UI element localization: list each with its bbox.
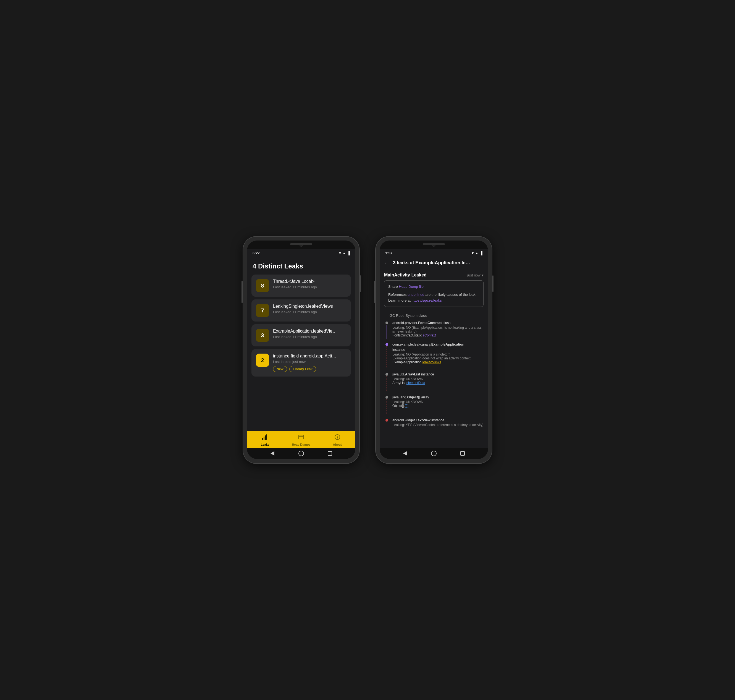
info-box-desc: References underlined are the likely cau… [388,292,480,304]
back-button-right[interactable] [402,450,408,456]
trace-field: Object[].[2] [392,404,484,408]
trace-item-fontscontract: android.provider.FontsContract class Lea… [384,321,484,339]
dropdown-icon[interactable]: ▾ [482,273,484,277]
trace-field-link: sContext [423,334,436,337]
leak-class-name: MainActivity Leaked [384,273,427,278]
leak-badge-count: 7 [256,304,269,317]
svg-rect-3 [266,434,267,440]
trace-line-col [384,395,390,415]
trace-leaking-status: Leaking: NO (Application is a singleton)… [392,353,484,360]
signal-icon: ▲ [342,251,346,255]
leak-name: Thread.<Java Local> [273,279,346,284]
android-nav-bar-right [380,448,488,459]
phone-left: 6:27 ▾ ▲ ▐ 4 Distinct Leaks 8 [243,237,359,463]
list-item[interactable]: 2 instance field android.app.Acti… Last … [251,349,351,376]
back-arrow-button[interactable]: ← [384,260,390,266]
about-nav-icon: i [334,434,341,442]
nav-label-leaks: Leaks [261,443,269,446]
heap-dumps-nav-icon [298,434,305,442]
phone-top-notch [247,241,355,249]
trace-item-exampleapplication: com.example.leakcanary.ExampleApplicatio… [384,342,484,369]
signal-icon-right: ▲ [475,251,478,255]
phone-speaker-right [423,243,445,245]
detail-header: ← 3 leaks at ExampleApplication.le… [380,257,488,270]
leak-time: Last leaked 11 minutes ago [273,285,346,289]
trace-line-col [384,372,390,391]
leak-name: LeakingSingleton.leakedViews [273,304,346,309]
trace-text: android.provider.FontsContract class Lea… [392,321,484,339]
trace-text: com.example.leakcanary.ExampleApplicatio… [392,342,484,369]
wifi-icon: ▾ [339,251,341,255]
leak-time: Last leaked 11 minutes ago [273,335,346,339]
trace-leaking-status: Leaking: NO (ExampleApplication↓ is not … [392,326,484,334]
svg-rect-2 [265,435,266,440]
leak-name: ExampleApplication.leakedVie… [273,329,346,334]
wifi-icon-right: ▾ [472,251,474,255]
trace-field: FontsContract.static sContext [392,334,484,337]
trace-item-textview: android.widget.TextView instance Leaking… [384,418,484,428]
info-box: Share Heap Dump file References underlin… [384,280,484,307]
trace-item-objectarray: java.lang.Object[] array Leaking: UNKNOW… [384,395,484,415]
trace-line-col [384,321,390,339]
nav-item-heap-dumps[interactable]: Heap Dumps [283,434,320,446]
nav-label-about: About [333,443,342,446]
heap-dump-link[interactable]: Heap Dump file [399,284,424,289]
status-bar-left: 6:27 ▾ ▲ ▐ [247,249,355,257]
trace-line-col [384,418,390,428]
trace-class-name: android.widget.TextView instance [392,418,484,423]
learn-more-link[interactable]: https://squ.re/leaks [412,298,442,303]
nav-item-about[interactable]: i About [319,434,355,446]
trace-class-name: java.lang.Object[] array [392,395,484,400]
trace-dot [386,419,388,422]
phone-top-notch-right [380,241,488,249]
recents-button[interactable] [327,450,333,456]
leaks-nav-icon [262,434,268,442]
nav-item-leaks[interactable]: Leaks [247,434,283,446]
tag-new: New [273,366,287,372]
list-item[interactable]: 7 LeakingSingleton.leakedViews Last leak… [251,299,351,322]
leak-info: ExampleApplication.leakedVie… Last leake… [273,329,346,339]
detail-title: 3 leaks at ExampleApplication.le… [393,260,484,266]
trace-leaking-status: Leaking: UNKNOWN [392,400,484,404]
leak-info: Thread.<Java Local> Last leaked 11 minut… [273,279,346,289]
trace-connector [387,346,387,369]
trace-leaking-status: Leaking: YES (View.mContext references a… [392,423,484,427]
trace-connector [387,376,387,391]
trace-line-col [384,342,390,369]
leak-badge-count: 3 [256,329,269,342]
underlined-ref: underlined [408,293,424,297]
leak-time: Last leaked just now [273,360,346,364]
gc-root-label: GC Root: System class [384,312,484,321]
trace-dot [386,343,388,346]
list-item[interactable]: 8 Thread.<Java Local> Last leaked 11 min… [251,275,351,297]
trace-field-link: leakedViews [423,360,441,364]
trace-text: android.widget.TextView instance Leaking… [392,418,484,428]
trace-class-name: com.example.leakcanary.ExampleApplicatio… [392,342,484,353]
recents-button-right[interactable] [459,450,466,456]
leak-time: Last leaked 11 minutes ago [273,310,346,314]
back-button[interactable] [269,450,276,456]
status-icons: ▾ ▲ ▐ [339,251,350,255]
leak-info: instance field android.app.Acti… Last le… [273,354,346,372]
status-icons-right: ▾ ▲ ▐ [472,251,483,255]
trace-field-link: [2] [405,404,408,408]
leak-time-detail: just now ▾ [467,273,484,277]
battery-icon-right: ▐ [480,251,483,255]
leak-name: instance field android.app.Acti… [273,354,346,359]
home-button-right[interactable] [431,450,437,456]
leak-badge-count: 2 [256,354,269,367]
trace-dot [386,396,388,399]
detail-subheader: MainActivity Leaked just now ▾ [380,270,488,280]
nav-label-heap-dumps: Heap Dumps [292,443,310,446]
leak-trace: GC Root: System class android.provider.F… [380,310,488,448]
bottom-navigation: Leaks Heap Dumps i [247,431,355,448]
home-button[interactable] [298,450,304,456]
info-box-share: Share Heap Dump file [388,284,480,290]
trace-text: java.util.ArrayList instance Leaking: UN… [392,372,484,391]
trace-item-arraylist: java.util.ArrayList instance Leaking: UN… [384,372,484,391]
tag-library-leak: Library Leak [289,366,316,372]
trace-class-name: android.provider.FontsContract class [392,321,484,326]
trace-text: java.lang.Object[] array Leaking: UNKNOW… [392,395,484,415]
list-item[interactable]: 3 ExampleApplication.leakedVie… Last lea… [251,324,351,346]
screen-content-left: 4 Distinct Leaks 8 Thread.<Java Local> L… [247,257,355,448]
